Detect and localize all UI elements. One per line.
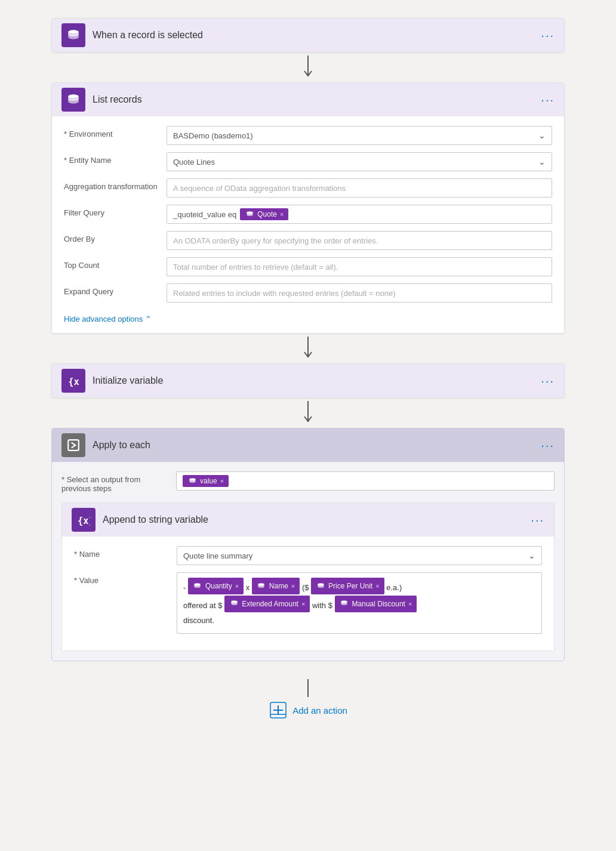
chip-db-icon xyxy=(245,209,254,219)
connector-2 xyxy=(51,334,565,363)
step2-card: List records ··· * Environment BASDemo (… xyxy=(51,82,565,334)
arrow-down-2 xyxy=(301,337,315,360)
step2-header: List records ··· xyxy=(52,83,564,116)
quantity-close[interactable]: × xyxy=(235,579,239,593)
value-chip-icon xyxy=(187,476,197,486)
name-row: * Name Quote line summary ⌄ xyxy=(74,546,542,565)
step2-menu[interactable]: ··· xyxy=(541,93,555,107)
hide-advanced-label: Hide advanced options xyxy=(64,314,143,323)
topcount-placeholder: Total number of entries to retrieve (def… xyxy=(173,263,338,272)
orderby-placeholder: An ODATA orderBy query for specifying th… xyxy=(173,236,378,245)
add-action-icon xyxy=(269,701,288,720)
discount-close[interactable]: × xyxy=(408,597,412,610)
nested-menu[interactable]: ··· xyxy=(531,513,544,527)
step1-icon xyxy=(61,23,85,47)
connector-1 xyxy=(51,53,565,82)
value-chip: value × xyxy=(183,475,229,487)
name-label: * Name xyxy=(74,546,170,559)
step2-title: List records xyxy=(93,94,534,105)
arrow-down-3 xyxy=(301,401,315,425)
step3-header: {x} Initialize variable ··· xyxy=(52,364,564,397)
name-chip-close[interactable]: × xyxy=(291,579,295,593)
chip-database-icon xyxy=(246,211,254,218)
orderby-input[interactable]: An ODATA orderBy query for specifying th… xyxy=(167,231,552,250)
step4-menu[interactable]: ··· xyxy=(541,439,555,452)
filter-row: Filter Query _quoteid_value eq Quote × xyxy=(64,205,552,224)
ea-text: e.a.) xyxy=(386,583,402,592)
nested-header: {x} Append to string variable ··· xyxy=(62,503,554,536)
discount-chip-icon xyxy=(340,599,349,609)
extended-label: Extended Amount xyxy=(242,597,298,611)
aggregation-label: Aggregation transformation xyxy=(64,178,159,191)
entity-row: * Entity Name Quote Lines ⌄ xyxy=(64,152,552,171)
entity-input[interactable]: Quote Lines ⌄ xyxy=(167,152,552,171)
expand-label: Expand Query xyxy=(64,283,159,296)
discount-label: Manual Discount xyxy=(352,597,405,611)
name-chip: Name × xyxy=(252,578,300,594)
step2-body: * Environment BASDemo (basdemo1) ⌄ * Ent… xyxy=(52,116,564,333)
nested-card: {x} Append to string variable ··· * Name… xyxy=(61,502,555,651)
loop-icon xyxy=(67,439,80,452)
svg-point-8 xyxy=(189,478,195,480)
step3-menu[interactable]: ··· xyxy=(541,374,555,388)
with-text: with $ xyxy=(312,600,332,609)
flow-container: When a record is selected ··· List recor… xyxy=(51,18,565,720)
value-label: * Value xyxy=(74,572,170,585)
step4-title: Apply to each xyxy=(93,440,534,451)
nested-icon: {x} xyxy=(72,508,96,532)
append-var-icon: {x} xyxy=(77,513,90,526)
value-row: * Value - xyxy=(74,572,542,634)
discount-chip: Manual Discount × xyxy=(335,596,417,612)
select-output-input[interactable]: value × xyxy=(176,471,555,491)
add-action-button[interactable]: Add an action xyxy=(269,701,347,720)
quantity-label: Quantity xyxy=(205,579,232,593)
entity-label: * Entity Name xyxy=(64,152,159,165)
value-chip-label: value xyxy=(200,477,217,485)
name-chip-label: Name xyxy=(269,579,288,593)
svg-point-0 xyxy=(68,30,79,34)
step1-card: When a record is selected ··· xyxy=(51,18,565,53)
svg-point-10 xyxy=(195,583,201,585)
hide-advanced-link[interactable]: Hide advanced options ⌃ xyxy=(64,314,152,323)
database-icon xyxy=(67,29,80,42)
value-chip-close[interactable]: × xyxy=(220,477,224,485)
quantity-chip-icon xyxy=(193,581,202,591)
filter-prefix: _quoteid_value eq xyxy=(173,210,236,219)
add-action-area[interactable]: Add an action xyxy=(269,679,347,720)
environment-input[interactable]: BASDemo (basdemo1) ⌄ xyxy=(167,126,552,145)
orderby-label: Order By xyxy=(64,231,159,243)
expand-input[interactable]: Related entries to include with requeste… xyxy=(167,283,552,303)
discount-text: discount. xyxy=(183,616,214,625)
extended-close[interactable]: × xyxy=(301,597,305,610)
value-input[interactable]: - Quantity xyxy=(177,572,542,634)
price-chip-icon xyxy=(316,581,325,591)
extended-db-icon xyxy=(230,600,238,608)
discount-db-icon xyxy=(340,600,348,608)
select-output-label: * Select an output from previous steps xyxy=(61,471,169,493)
connector-3 xyxy=(51,398,565,428)
nested-title: Append to string variable xyxy=(103,514,523,525)
environment-row: * Environment BASDemo (basdemo1) ⌄ xyxy=(64,126,552,145)
step1-menu[interactable]: ··· xyxy=(541,29,555,42)
hide-advanced-chevron: ⌃ xyxy=(145,314,152,323)
value-dash: - xyxy=(183,583,188,592)
quantity-db-icon xyxy=(193,582,201,590)
step4-body: * Select an output from previous steps v… xyxy=(52,462,564,661)
price-close[interactable]: × xyxy=(375,579,379,593)
environment-value: BASDemo (basdemo1) xyxy=(173,131,253,140)
select-output-row: * Select an output from previous steps v… xyxy=(61,471,555,493)
name-input[interactable]: Quote line summary ⌄ xyxy=(177,546,542,565)
svg-point-14 xyxy=(341,600,347,603)
x-text: x xyxy=(246,583,252,592)
topcount-input[interactable]: Total number of entries to retrieve (def… xyxy=(167,257,552,276)
name-chevron: ⌄ xyxy=(528,551,535,560)
chip-quote-close[interactable]: × xyxy=(280,211,284,218)
svg-rect-7 xyxy=(68,440,79,451)
step4-header: Apply to each ··· xyxy=(52,428,564,462)
aggregation-input[interactable]: A sequence of OData aggregation transfor… xyxy=(167,178,552,198)
svg-text:{x}: {x} xyxy=(78,516,90,526)
filter-input[interactable]: _quoteid_value eq Quote × xyxy=(167,205,552,224)
step1-title: When a record is selected xyxy=(93,30,534,41)
add-action-label: Add an action xyxy=(292,705,347,716)
orderby-row: Order By An ODATA orderBy query for spec… xyxy=(64,231,552,250)
